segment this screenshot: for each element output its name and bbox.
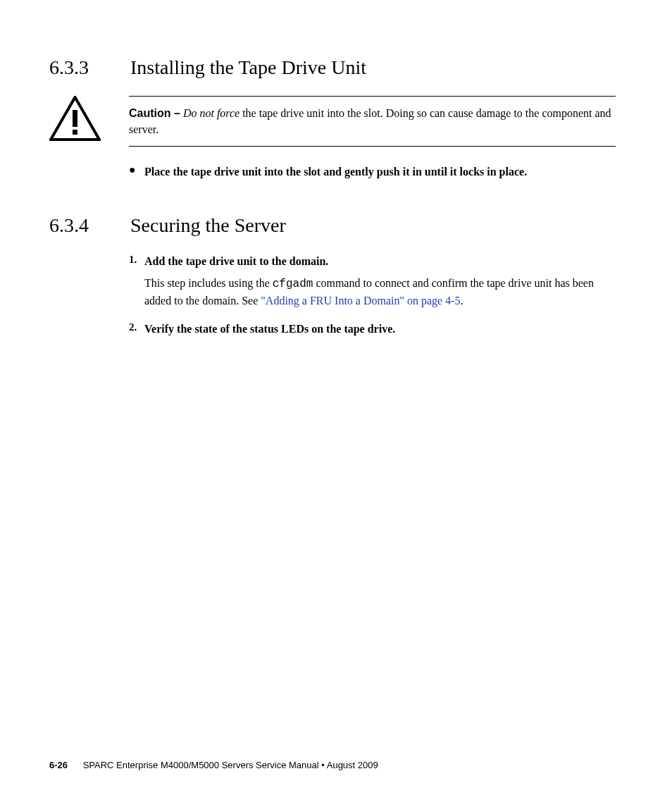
caution-icon <box>49 96 101 144</box>
bullet-text: Place the tape drive unit into the slot … <box>144 164 527 180</box>
section-title: Installing the Tape Drive Unit <box>130 56 366 79</box>
section-heading-634: 6.3.4 Securing the Server <box>49 214 616 237</box>
page-footer: 6-26 SPARC Enterprise M4000/M5000 Server… <box>49 760 378 770</box>
section-title: Securing the Server <box>130 214 286 237</box>
step-2: 2. Verify the state of the status LEDs o… <box>129 321 616 337</box>
caution-label: Caution – <box>129 107 180 119</box>
step-number: 2. <box>129 321 144 337</box>
bullet-item: ● Place the tape drive unit into the slo… <box>129 164 616 180</box>
step-1: 1. Add the tape drive unit to the domain… <box>129 254 616 269</box>
step-1-body: This step includes using the cfgadm comm… <box>144 275 616 309</box>
cross-ref-link[interactable]: "Adding a FRU Into a Domain" on page 4-5 <box>261 295 460 307</box>
page-number: 6-26 <box>49 760 68 770</box>
svg-rect-0 <box>73 110 77 127</box>
step-body-pre: This step includes using the <box>144 277 273 289</box>
step-title: Verify the state of the status LEDs on t… <box>144 321 395 337</box>
footer-text: SPARC Enterprise M4000/M5000 Servers Ser… <box>83 760 378 770</box>
caution-lead: Do not force <box>183 107 239 119</box>
section-number: 6.3.4 <box>49 214 130 237</box>
step-body-post: . <box>461 295 463 307</box>
step-number: 1. <box>129 254 144 269</box>
caution-block: Caution – Do not force the tape drive un… <box>49 96 616 147</box>
section-heading-633: 6.3.3 Installing the Tape Drive Unit <box>49 56 616 79</box>
step-title: Add the tape drive unit to the domain. <box>144 254 328 269</box>
code-token: cfgadm <box>273 278 313 290</box>
caution-text: Caution – Do not force the tape drive un… <box>129 96 616 147</box>
section-number: 6.3.3 <box>49 56 130 79</box>
bullet-marker: ● <box>129 164 144 180</box>
svg-rect-1 <box>73 130 77 135</box>
